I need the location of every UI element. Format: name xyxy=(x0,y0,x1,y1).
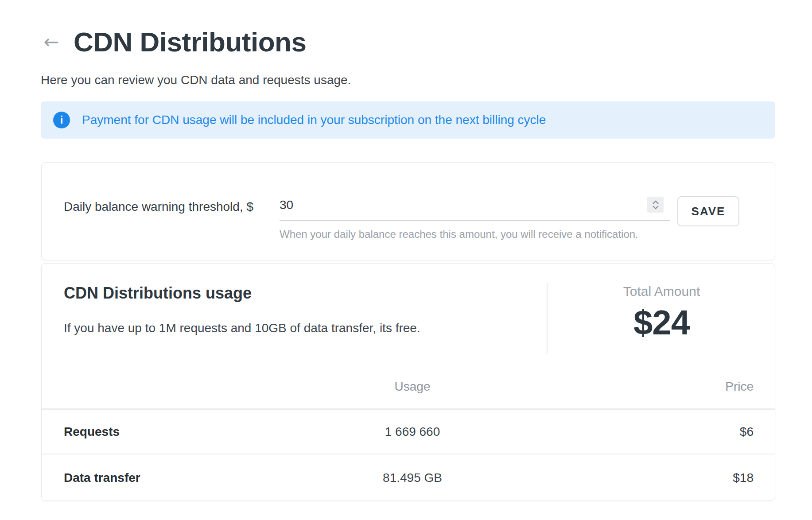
usage-card-heading: CDN Distributions usage xyxy=(64,284,252,303)
info-icon: i xyxy=(53,112,70,128)
back-button[interactable]: ← xyxy=(41,31,62,53)
usage-card-description: If you have up to 1M requests and 10GB o… xyxy=(64,321,420,335)
table-row-requests: Requests 1 669 660 $6 xyxy=(42,410,775,454)
total-amount-value: $24 xyxy=(548,303,776,343)
usage-table-header: Usage Price xyxy=(42,380,775,394)
row-name: Requests xyxy=(64,425,120,439)
input-underline xyxy=(280,220,670,221)
column-header-price: Price xyxy=(725,380,754,394)
banner-message: Payment for CDN usage will be included i… xyxy=(82,113,546,127)
total-amount-label: Total Amount xyxy=(548,284,776,299)
row-price: $6 xyxy=(740,425,754,439)
cdn-distributions-page: ← CDN Distributions Here you can review … xyxy=(0,0,812,520)
info-icon-glyph: i xyxy=(60,114,63,126)
row-name: Data transfer xyxy=(64,471,140,485)
threshold-input[interactable] xyxy=(280,198,590,212)
usage-card: CDN Distributions usage If you have up t… xyxy=(41,263,775,501)
total-amount-block: Total Amount $24 xyxy=(548,284,776,343)
threshold-helper-text: When your daily balance reaches this amo… xyxy=(280,228,638,241)
threshold-card: Daily balance warning threshold, $ When … xyxy=(41,162,775,260)
row-price: $18 xyxy=(733,471,754,485)
page-title: CDN Distributions xyxy=(74,27,306,56)
stepper-up-icon[interactable] xyxy=(652,200,659,204)
row-usage: 1 669 660 xyxy=(235,425,590,439)
threshold-label: Daily balance warning threshold, $ xyxy=(64,200,253,214)
row-usage: 81.495 GB xyxy=(235,471,590,485)
number-stepper[interactable] xyxy=(647,197,664,213)
save-button[interactable]: SAVE xyxy=(677,196,739,226)
page-header: ← CDN Distributions xyxy=(41,27,306,56)
back-arrow-icon: ← xyxy=(43,33,59,51)
column-header-usage: Usage xyxy=(235,380,590,394)
stepper-down-icon[interactable] xyxy=(652,206,659,210)
page-subtitle: Here you can review you CDN data and req… xyxy=(41,73,351,87)
table-row-data-transfer: Data transfer 81.495 GB $18 xyxy=(42,455,775,500)
billing-info-banner: i Payment for CDN usage will be included… xyxy=(41,101,775,139)
